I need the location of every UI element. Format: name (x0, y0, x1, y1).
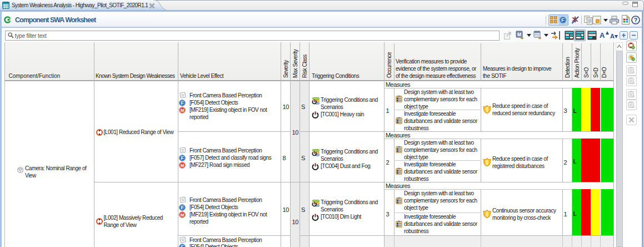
svg-text:F: F (181, 155, 184, 161)
svg-text:M: M (181, 108, 184, 113)
svg-text:?: ? (634, 17, 637, 23)
svg-text:M: M (517, 32, 521, 37)
svg-text:F: F (181, 244, 184, 247)
svg-text:M: M (181, 213, 184, 218)
svg-text:F: F (181, 100, 184, 106)
svg-text:M: M (181, 163, 184, 168)
svg-text:F: F (181, 205, 184, 210)
svg-text:F: F (561, 17, 565, 23)
